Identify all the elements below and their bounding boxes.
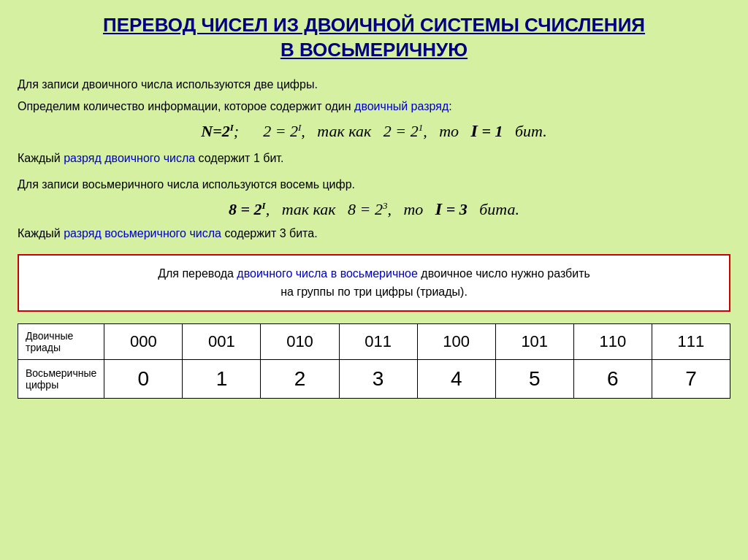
para5-end: содержит 3 бита.	[221, 227, 318, 239]
octal-2: 2	[261, 359, 339, 398]
binary-100: 100	[417, 323, 495, 359]
table-row-octal: Восьмеричные цифры 0 1 2 3 4 5 6 7	[18, 359, 730, 398]
para4-text: Для записи восьмеричного числа использую…	[18, 178, 355, 191]
paragraph-5: Каждый разряд восьмеричного числа содерж…	[18, 225, 730, 242]
redbox-end: на группы по три цифры (триады).	[280, 285, 468, 298]
table-row-binary: Двоичные триады 000 001 010 011 100 101 …	[18, 323, 730, 359]
red-box: Для перевода двоичного числа в восьмерич…	[18, 254, 730, 312]
octal-label: Восьмеричные цифры	[18, 359, 104, 398]
para3-start: Каждый	[18, 152, 64, 164]
paragraph-4: Для записи восьмеричного числа использую…	[18, 176, 730, 193]
para2-start: Определим количество информации, которое…	[18, 100, 354, 112]
conversion-table-container: Двоичные триады 000 001 010 011 100 101 …	[18, 323, 730, 399]
octal-6: 6	[573, 359, 652, 398]
paragraph-2: Определим количество информации, которое…	[18, 98, 730, 115]
para2-end: :	[449, 100, 451, 112]
binary-001: 001	[183, 323, 261, 359]
octal-4: 4	[417, 359, 495, 398]
para3-link: разряд двоичного числа	[64, 152, 195, 164]
formula-1: N=2I; 2 = 2I, так как 2 = 21, то I = 1 б…	[18, 121, 730, 141]
octal-7: 7	[652, 359, 730, 398]
para3-end: содержит 1 бит.	[195, 152, 283, 164]
para1-text: Для записи двоичного числа используются …	[18, 78, 318, 91]
redbox-link: двоичного числа в восьмеричное	[237, 267, 418, 280]
octal-5: 5	[495, 359, 573, 398]
octal-0: 0	[104, 359, 183, 398]
octal-3: 3	[339, 359, 417, 398]
binary-000: 000	[104, 323, 183, 359]
title-line2: В ВОСЬМЕРИЧНУЮ	[280, 39, 468, 61]
binary-110: 110	[573, 323, 652, 359]
para5-link: разряд восьмеричного числа	[64, 227, 221, 239]
conversion-table: Двоичные триады 000 001 010 011 100 101 …	[18, 323, 730, 399]
binary-111: 111	[652, 323, 730, 359]
redbox-start: Для перевода	[158, 267, 237, 280]
para2-link: двоичный разряд	[354, 100, 449, 112]
octal-1: 1	[183, 359, 261, 398]
para5-start: Каждый	[18, 227, 64, 239]
binary-011: 011	[339, 323, 417, 359]
title-line1: ПЕРЕВОД ЧИСЕЛ ИЗ ДВОИЧНОЙ СИСТЕМЫ СЧИСЛЕ…	[103, 14, 645, 36]
redbox-mid: двоичное число нужно разбить	[418, 267, 590, 280]
paragraph-1: Для записи двоичного числа используются …	[18, 76, 730, 93]
formula-2: 8 = 2I, так как 8 = 23, то I = 3 бита.	[18, 199, 730, 219]
binary-010: 010	[261, 323, 339, 359]
paragraph-3: Каждый разряд двоичного числа содержит 1…	[18, 150, 730, 167]
binary-label: Двоичные триады	[18, 323, 104, 359]
binary-101: 101	[495, 323, 573, 359]
page-title: ПЕРЕВОД ЧИСЕЛ ИЗ ДВОИЧНОЙ СИСТЕМЫ СЧИСЛЕ…	[18, 13, 730, 63]
main-container: ПЕРЕВОД ЧИСЕЛ ИЗ ДВОИЧНОЙ СИСТЕМЫ СЧИСЛЕ…	[0, 0, 748, 560]
